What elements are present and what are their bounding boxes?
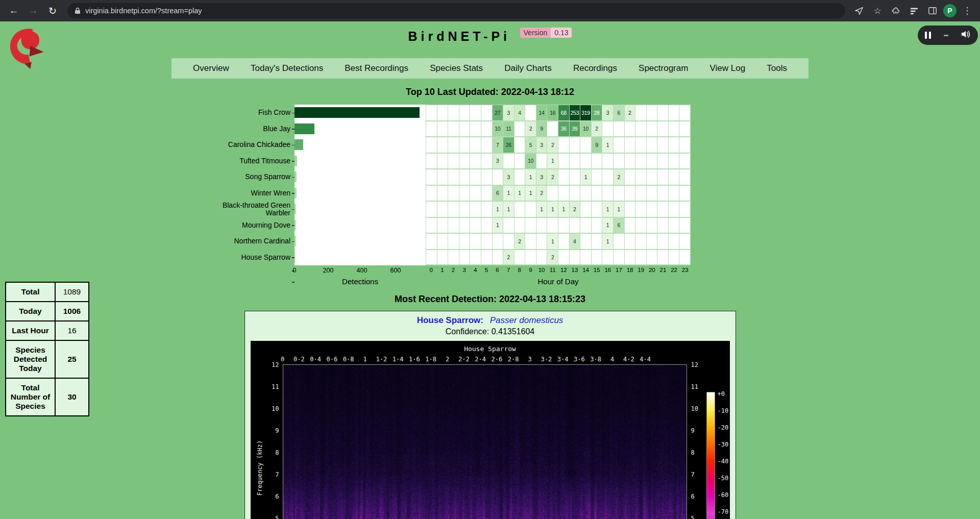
stats-value-link[interactable]: 30 [55,378,89,416]
extensions-icon[interactable] [888,3,903,18]
heat-cell: 2 [536,186,548,202]
spec-x-tick: 4·2 [623,356,634,363]
spec-y-tick-left: 6 [262,493,279,500]
nav-daily-charts[interactable]: Daily Charts [504,63,552,73]
nav-today-s-detections[interactable]: Today's Detections [251,63,323,73]
heat-cell: 28 [592,105,603,121]
stats-value-link[interactable]: 1006 [55,302,89,321]
bookmark-star-icon[interactable]: ☆ [870,3,885,18]
spec-x-tick: 3·4 [557,356,569,363]
hour-axis-tick: 11 [550,267,556,273]
heat-cell [570,137,581,153]
hour-axis-tick: 18 [627,267,633,273]
heat-cell [635,169,647,185]
species-common-link[interactable]: House Sparrow: [417,315,483,325]
back-icon[interactable]: ← [5,2,22,19]
species-latin-link[interactable]: Passer domesticus [490,315,564,325]
spec-x-tick: 2·2 [458,356,470,363]
menu-kebab-icon[interactable]: ⋮ [960,3,975,18]
url-bar[interactable]: virginia.birdnetpi.com/?stream=play [67,3,845,18]
hour-axis-tick: 3 [462,267,465,273]
heat-cell: 4 [514,105,526,121]
heat-cell [426,250,437,265]
spec-x-tick: 0·6 [327,356,338,363]
heat-cell [437,154,449,169]
heat-cell: 1 [602,202,614,217]
version-label: Version [520,28,551,38]
page-title: BirdNET-Pi [408,29,511,44]
forward-icon[interactable]: → [24,2,42,19]
heat-cell [635,105,647,121]
nav-view-log[interactable]: View Log [710,63,746,73]
hour-axis-tick: 13 [572,267,578,273]
nav-overview[interactable]: Overview [193,63,229,73]
hour-axis-tick: 10 [538,267,545,273]
detection-bar [295,220,296,231]
hour-axis-tick: 15 [594,267,600,273]
heat-cell: 1 [514,186,526,202]
stats-label: Species Detected Today [6,340,55,378]
heat-cell [558,137,570,153]
heatmap-row: 72653291 [426,137,691,153]
toolbar-actions: ☆ P ⋮ [851,3,975,18]
species-label: Song Sparrow [218,169,295,185]
nav-recordings[interactable]: Recordings [573,63,617,73]
stats-label: Total [6,282,55,302]
spec-y-tick-left: 10 [262,405,279,412]
profile-avatar[interactable]: P [943,4,957,17]
colorbar-tick: -50 [718,475,729,482]
spec-x-tick: 1 [363,356,366,363]
heat-cell [592,169,603,185]
nav-species-stats[interactable]: Species Stats [430,63,483,73]
heat-cell: 3 [602,105,614,121]
pause-button[interactable] [925,32,931,39]
spec-y-tick-right: 10 [691,405,698,412]
hour-axis-tick: 9 [529,267,532,273]
side-panel-icon[interactable] [925,3,940,18]
heat-cell [470,169,481,185]
stats-row: Today1006 [6,302,89,321]
heat-cell [592,202,603,217]
detection-bar [295,252,296,263]
heatmap-row: 11111211 [426,201,691,217]
bar-track [295,153,426,169]
heat-cell [459,234,471,250]
stats-value-link[interactable]: 25 [55,340,89,378]
hour-axis-tick: 17 [616,267,622,273]
heat-cell [536,234,548,250]
heat-cell: 1 [602,137,614,153]
top10-heading: Top 10 Last Updated: 2022-04-13 18:12 [0,87,980,97]
heat-cell [503,154,514,169]
heat-cell [669,137,680,153]
spec-x-tick: 0 [281,356,284,363]
volume-icon[interactable] [961,30,971,41]
heat-cell [614,250,625,265]
send-icon[interactable] [851,3,867,18]
heat-cell [470,202,481,217]
chart-axis-ticks: 0200400600 01234567891011121314151617181… [218,265,691,276]
audio-player [918,26,978,45]
spec-x-tick: 0·2 [293,356,305,363]
media-controls-icon[interactable] [906,3,922,18]
heat-cell [503,218,514,234]
heat-cell [437,137,449,153]
nav-best-recordings[interactable]: Best Recordings [345,63,408,73]
heatmap-row: 116 [426,217,691,234]
heat-cell [669,154,680,169]
heat-cell [493,250,504,265]
nav-spectrogram[interactable]: Spectrogram [639,63,688,73]
heat-cell: 1 [547,154,558,169]
heat-cell [459,105,471,121]
heat-cell [481,234,493,250]
heat-cell [669,186,680,202]
heatmap-row: 273414166825331928362 [426,105,691,121]
spec-y-tick-left: 11 [262,383,279,390]
spec-x-tick: 4 [610,356,614,363]
birdnetpi-logo[interactable] [6,28,50,69]
bar-track [295,185,426,202]
heat-cell: 2 [614,169,625,185]
nav-tools[interactable]: Tools [767,63,787,73]
heat-cell [437,186,449,202]
reload-icon[interactable]: ↻ [44,2,61,19]
heat-cell [493,234,504,250]
